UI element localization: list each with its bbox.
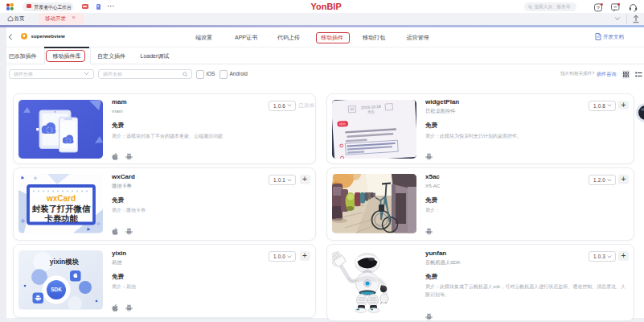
svg-text:yixin模块: yixin模块 xyxy=(50,258,80,266)
svg-text:周五: 周五 xyxy=(367,109,375,114)
svg-text:?: ? xyxy=(597,5,600,10)
svg-text:SDK: SDK xyxy=(51,287,62,292)
svg-text:卡券功能: 卡券功能 xyxy=(43,214,78,223)
svg-text:封装了打开微信: 封装了打开微信 xyxy=(31,204,91,213)
svg-text:wxCard: wxCard xyxy=(46,194,76,203)
